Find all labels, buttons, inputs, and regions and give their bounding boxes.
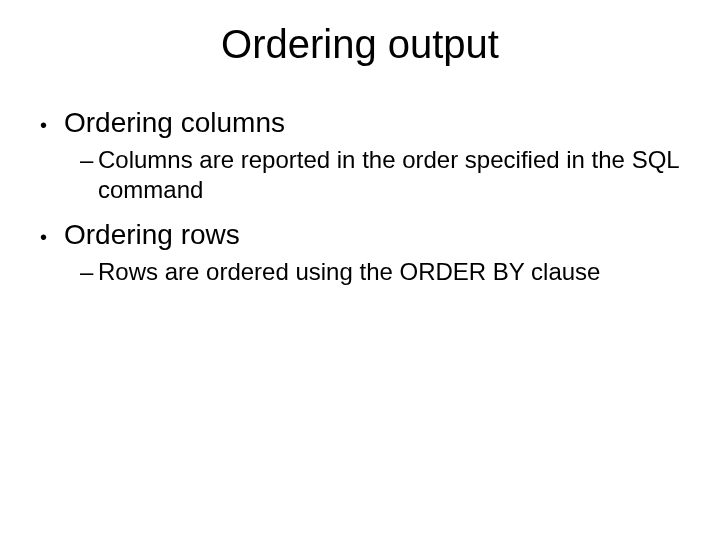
slide: Ordering output • Ordering columns – Col… [0,0,720,540]
sub-bullet-list: – Rows are ordered using the ORDER BY cl… [40,257,690,287]
bullet-item: • Ordering rows – Rows are ordered using… [40,219,690,287]
sub-bullet-text: Columns are reported in the order specif… [98,145,690,205]
sub-bullet-item: – Rows are ordered using the ORDER BY cl… [80,257,690,287]
dash-icon: – [80,145,98,175]
sub-bullet-item: – Columns are reported in the order spec… [80,145,690,205]
bullet-dot-icon: • [40,223,64,251]
bullet-dot-icon: • [40,111,64,139]
bullet-item: • Ordering columns – Columns are reporte… [40,107,690,205]
bullet-row: • Ordering columns [40,107,690,139]
slide-title: Ordering output [0,22,720,67]
dash-icon: – [80,257,98,287]
bullet-text: Ordering columns [64,107,690,139]
bullet-list: • Ordering columns – Columns are reporte… [0,107,720,287]
bullet-text: Ordering rows [64,219,690,251]
sub-bullet-list: – Columns are reported in the order spec… [40,145,690,205]
sub-bullet-text: Rows are ordered using the ORDER BY clau… [98,257,690,287]
bullet-row: • Ordering rows [40,219,690,251]
